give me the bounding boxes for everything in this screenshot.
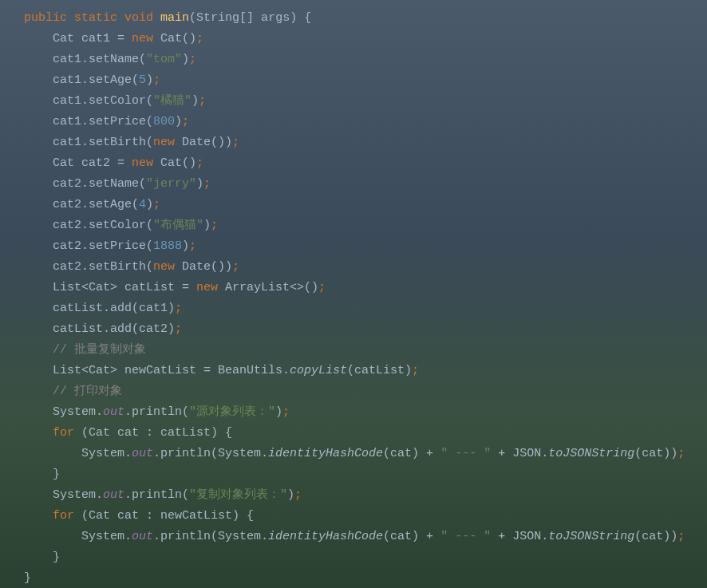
code-line[interactable]: cat2.setBirth(new Date()); [24,257,707,278]
token-str: "tom" [146,53,182,66]
token-semi: ; [189,239,196,253]
code-line[interactable]: System.out.println("复制对象列表："); [24,485,707,506]
token-ident: .println(System. [153,447,268,460]
token-paren: (String[] args) { [189,11,311,25]
token-str: "复制对象列表：" [189,488,287,502]
token-ident: Cat cat1 = [53,32,132,45]
code-line[interactable]: Cat cat2 = new Cat(); [24,153,707,174]
code-line[interactable]: catList.add(cat2); [24,319,707,340]
token-str: " --- " [440,530,491,543]
token-semi: ; [153,73,160,87]
code-line[interactable]: cat2.setAge(4); [24,195,707,215]
code-line[interactable]: for (Cat cat : catList) { [24,423,707,444]
code-line[interactable]: System.out.println(System.identityHashCo… [24,527,707,547]
token-field: out [132,447,153,460]
token-sp [153,11,160,25]
code-line[interactable]: } [24,568,707,588]
code-line[interactable]: // 批量复制对象 [24,340,707,361]
code-line[interactable]: cat1.setColor("橘猫"); [24,91,707,112]
code-line[interactable]: System.out.println("源对象列表："); [24,402,707,423]
token-sp [67,11,74,25]
token-ident: System. [81,530,132,543]
token-ident: cat2.setName( [53,177,146,191]
code-line[interactable]: cat1.setBirth(new Date()); [24,132,707,153]
token-ident: Cat() [160,32,196,45]
token-semi: ; [294,488,302,502]
code-line[interactable]: cat2.setColor("布偶猫"); [24,215,707,236]
token-method: main [160,11,189,25]
token-ident: catList.add(cat1) [53,302,175,315]
code-line[interactable]: cat1.setPrice(800); [24,112,707,132]
token-ident: List<Cat> newCatList = BeanUtils. [53,364,290,377]
token-kw: void [124,11,153,25]
token-ident: } [24,571,31,585]
token-sp [175,136,182,149]
token-str: "橘猫" [153,94,192,108]
token-semi: ; [232,260,239,274]
token-ident: } [53,468,60,481]
token-kw: static [74,11,117,25]
token-ident: ) [182,53,189,66]
token-kw: new [153,136,175,149]
token-ident: .println( [124,488,189,502]
token-ident: ) [192,94,199,108]
token-static-method: toJSONString [548,530,634,543]
token-semi: ; [196,32,203,45]
token-ident: System. [81,447,132,460]
token-field: out [103,488,124,502]
code-line[interactable]: System.out.println(System.identityHashCo… [24,444,707,464]
token-semi: ; [153,198,160,211]
token-ident: ) [203,219,211,232]
token-ident: cat2.setBirth( [53,260,153,274]
token-sp [175,260,182,274]
token-str: "jerry" [146,177,196,191]
token-ident: cat2.setColor( [53,219,153,232]
token-ident: System. [53,488,103,502]
code-line[interactable]: cat2.setName("jerry"); [24,174,707,195]
code-line[interactable]: List<Cat> catList = new ArrayList<>(); [24,278,707,298]
code-line[interactable]: cat2.setPrice(1888); [24,236,707,257]
token-static-method: identityHashCode [268,530,383,543]
token-kw: new [132,32,153,45]
token-ident: ) [275,405,282,419]
code-line[interactable]: cat1.setAge(5); [24,70,707,91]
token-semi: ; [318,281,326,294]
code-line[interactable]: public static void main(String[] args) { [24,8,707,29]
token-sp [117,11,124,25]
token-ident: Date()) [182,136,232,149]
token-ident: ) [175,115,182,128]
token-sp [153,32,160,45]
token-num: 800 [153,115,175,128]
token-str: " --- " [440,447,491,460]
token-semi: ; [189,53,196,66]
token-ident: cat1.setBirth( [53,136,153,149]
code-line[interactable]: for (Cat cat : newCatList) { [24,506,707,527]
token-ident: (cat)) [634,447,677,460]
token-ident: ) [196,177,203,191]
code-line[interactable]: // 打印对象 [24,381,707,402]
token-kw: public [24,11,67,25]
code-line[interactable]: List<Cat> newCatList = BeanUtils.copyLis… [24,361,707,381]
token-ident: (cat) + [383,530,440,543]
code-line[interactable]: } [24,547,707,568]
token-ident: ) [146,73,153,87]
token-semi: ; [182,115,189,128]
code-line[interactable]: cat1.setName("tom"); [24,49,707,70]
code-line[interactable]: } [24,464,707,485]
token-semi: ; [677,530,685,543]
token-ident: Cat cat2 = [53,156,132,170]
token-str: "布偶猫" [153,219,203,232]
token-kw: for [53,509,74,523]
token-sp [218,281,225,294]
token-num: 4 [139,198,146,211]
token-ident: List<Cat> catList = [53,281,196,294]
token-kw: new [132,156,153,170]
token-num: 5 [139,73,146,87]
token-ident: Cat() [160,156,196,170]
code-editor[interactable]: public static void main(String[] args) {… [0,0,707,588]
token-ident: ArrayList<>() [225,281,318,294]
token-ident: } [53,551,60,564]
code-line[interactable]: Cat cat1 = new Cat(); [24,29,707,49]
token-ident: cat1.setAge( [53,73,139,87]
code-line[interactable]: catList.add(cat1); [24,298,707,319]
